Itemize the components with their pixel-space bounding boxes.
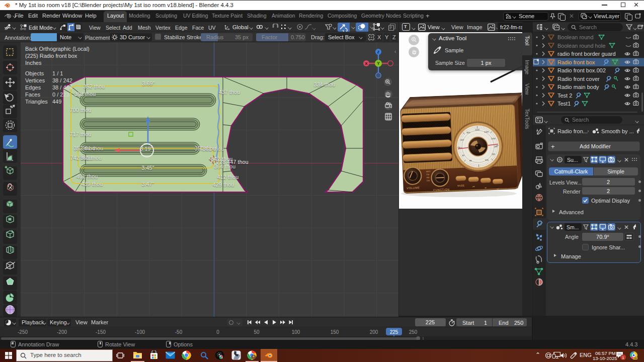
svg-text:Radio front box: Radio front box	[557, 59, 595, 65]
svg-text:1200: 1200	[484, 130, 489, 133]
svg-text:1000: 1000	[475, 128, 480, 131]
svg-text:Boolean round hole: Boolean round hole	[557, 43, 605, 49]
svg-text:AM: AM	[426, 176, 429, 178]
svg-text:SW: SW	[427, 179, 430, 182]
svg-text:160: 160	[494, 145, 498, 148]
svg-text:FM: FM	[426, 173, 429, 175]
svg-text:X: X	[365, 61, 368, 66]
svg-text:PRE: PRE	[633, 357, 637, 359]
svg-text:Radio front box.002: Radio front box.002	[557, 67, 606, 73]
svg-text:Y: Y	[377, 61, 380, 66]
svg-text:MP3: MP3	[426, 170, 431, 172]
svg-text:⏭: ⏭	[497, 188, 499, 190]
svg-text:180: 180	[492, 153, 496, 155]
svg-text:⏮: ⏮	[472, 186, 474, 188]
svg-text:98: 98	[469, 159, 472, 162]
svg-text:Radio main body: Radio main body	[557, 84, 599, 90]
svg-text:⏯: ⏯	[485, 187, 487, 189]
svg-text:600: 600	[460, 138, 464, 141]
svg-text:VOLUME: VOLUME	[407, 186, 420, 190]
svg-text:MODE: MODE	[457, 185, 464, 188]
svg-text:800: 800	[466, 131, 470, 134]
svg-text:Test1: Test1	[557, 101, 571, 107]
svg-text:90: 90	[462, 154, 465, 156]
svg-text:106: 106	[485, 159, 489, 161]
svg-text:Test 2: Test 2	[557, 93, 572, 99]
svg-text:Z: Z	[377, 50, 380, 54]
svg-text:Radio front cover: Radio front cover	[557, 76, 600, 82]
svg-text:radio front border guard: radio front border guard	[557, 51, 616, 57]
svg-text:Boolean round: Boolean round	[557, 34, 594, 40]
svg-text:1400: 1400	[491, 137, 496, 140]
